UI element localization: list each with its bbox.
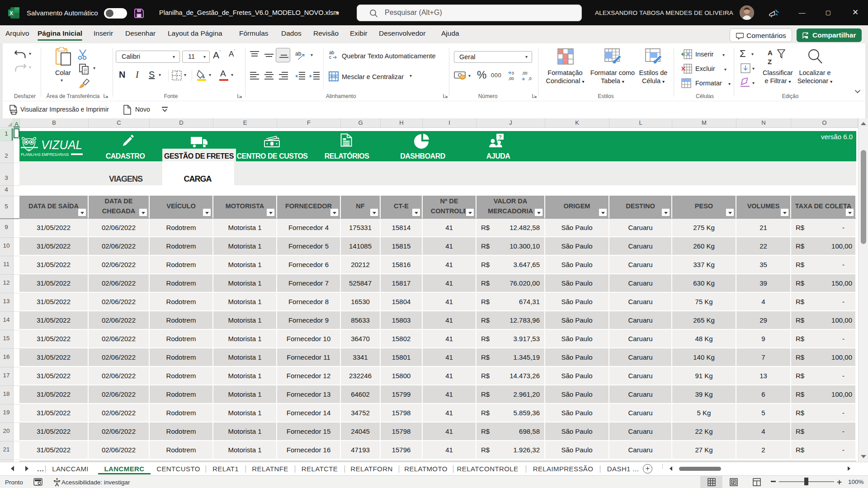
svg-text:,00: ,00 bbox=[522, 71, 528, 75]
svg-text:,00: ,00 bbox=[508, 76, 514, 81]
svg-text:ab: ab bbox=[295, 51, 302, 57]
svg-text:0: 0 bbox=[512, 71, 514, 75]
svg-text:,0: ,0 bbox=[528, 76, 532, 81]
svg-text:VIZUAL: VIZUAL bbox=[41, 138, 82, 152]
svg-text:?: ? bbox=[499, 134, 502, 140]
svg-text:X: X bbox=[9, 10, 13, 16]
svg-text:Z: Z bbox=[768, 58, 772, 66]
svg-text:A: A bbox=[768, 49, 773, 56]
svg-text:c: c bbox=[329, 55, 331, 60]
svg-text:PLANILHAS EMPRESARIAIS: PLANILHAS EMPRESARIAIS bbox=[21, 152, 69, 157]
